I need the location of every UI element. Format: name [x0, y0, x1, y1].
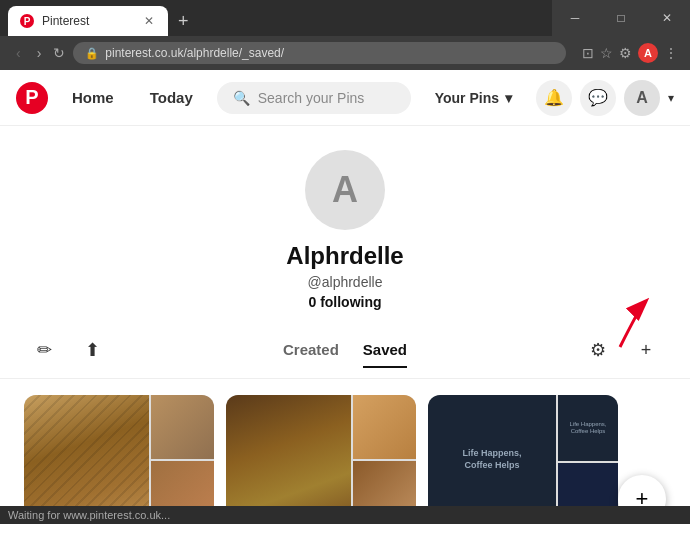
profile-tabs: Created Saved: [283, 333, 407, 368]
profile-actions-bar: ✏ ⬆ Created Saved ⚙ +: [0, 322, 690, 379]
following-count: 0: [308, 294, 316, 310]
home-nav-link[interactable]: Home: [60, 81, 126, 114]
board-images-food: [226, 395, 416, 506]
board-side-images: Life Happens,Coffee Helps: [558, 395, 618, 506]
reload-button[interactable]: ↻: [53, 45, 65, 61]
your-pins-chevron-icon: ▾: [505, 90, 512, 106]
right-action-buttons: ⚙ +: [578, 330, 666, 370]
boards-area: All Pins 3 Pins · 9w Food is Lif: [0, 379, 690, 506]
profile-section: A Alphrdelle @alphrdelle 0 following: [0, 126, 690, 322]
board-images-coffee: Life Happens,Coffee Helps Life Happens,C…: [428, 395, 618, 506]
url-text: pinterest.co.uk/alphrdelle/_saved/: [105, 46, 284, 60]
profile-chevron-icon[interactable]: ▾: [668, 91, 674, 105]
tab-title: Pinterest: [42, 14, 134, 28]
status-bar: Waiting for www.pinterest.co.uk...: [0, 506, 690, 524]
board-images-allpins: [24, 395, 214, 506]
board-main-image: Life Happens,Coffee Helps: [428, 395, 556, 506]
close-button[interactable]: ✕: [644, 4, 690, 32]
pinterest-app: P Home Today 🔍 Search your Pins Your Pin…: [0, 70, 690, 506]
browser-tab[interactable]: P Pinterest ✕: [8, 6, 168, 36]
profile-action-icons: ✏ ⬆: [24, 330, 112, 370]
extensions-icon[interactable]: ⚙: [619, 45, 632, 61]
address-bar: ‹ › ↻ 🔒 pinterest.co.uk/alphrdelle/_save…: [0, 36, 690, 70]
tab-close-button[interactable]: ✕: [142, 12, 156, 30]
svg-text:P: P: [24, 16, 31, 27]
pinterest-logo: P: [16, 82, 48, 114]
today-nav-link[interactable]: Today: [138, 81, 205, 114]
profile-following: 0 following: [308, 294, 381, 310]
board-side-image-2: [151, 461, 214, 506]
following-label: following: [320, 294, 381, 310]
notifications-button[interactable]: 🔔: [536, 80, 572, 116]
board-side-image-1: Life Happens,Coffee Helps: [558, 395, 618, 461]
board-side-image-2: [558, 463, 618, 506]
profile-avatar: A: [305, 150, 385, 230]
add-board-button[interactable]: +: [626, 330, 666, 370]
board-side-image-1: [151, 395, 214, 459]
url-bar[interactable]: 🔒 pinterest.co.uk/alphrdelle/_saved/: [73, 42, 566, 64]
saved-tab[interactable]: Saved: [363, 333, 407, 368]
browser-actions: ⊡ ☆ ⚙ A ⋮: [582, 43, 678, 63]
board-side-images: [353, 395, 416, 506]
your-pins-dropdown[interactable]: Your Pins ▾: [423, 82, 524, 114]
profile-name: Alphrdelle: [286, 242, 403, 270]
profile-handle: @alphrdelle: [308, 274, 383, 290]
maximize-button[interactable]: □: [598, 4, 644, 32]
board-card-food[interactable]: Food is Life 4 Pins · 9w: [226, 395, 416, 506]
boards-grid: All Pins 3 Pins · 9w Food is Lif: [0, 379, 690, 506]
lock-icon: 🔒: [85, 47, 99, 60]
created-tab[interactable]: Created: [283, 333, 339, 368]
svg-text:P: P: [25, 86, 38, 108]
browser-profile-avatar[interactable]: A: [638, 43, 658, 63]
avatar-letter: A: [332, 169, 358, 211]
board-main-image: [226, 395, 351, 506]
messages-button[interactable]: 💬: [580, 80, 616, 116]
board-side-image-2: [353, 461, 416, 506]
new-tab-button[interactable]: +: [172, 9, 195, 34]
search-icon: 🔍: [233, 90, 250, 106]
filter-button[interactable]: ⚙: [578, 330, 618, 370]
edit-profile-button[interactable]: ✏: [24, 330, 64, 370]
browser-chrome: P Pinterest ✕ + ─ □ ✕ ‹ › ↻ 🔒 pinterest.…: [0, 0, 690, 70]
board-side-image-1: [353, 395, 416, 459]
your-pins-label: Your Pins: [435, 90, 499, 106]
share-profile-button[interactable]: ⬆: [72, 330, 112, 370]
status-text: Waiting for www.pinterest.co.uk...: [8, 509, 170, 521]
cast-icon[interactable]: ⊡: [582, 45, 594, 61]
back-button[interactable]: ‹: [12, 43, 25, 63]
top-navigation: P Home Today 🔍 Search your Pins Your Pin…: [0, 70, 690, 126]
search-placeholder: Search your Pins: [258, 90, 365, 106]
board-side-images: [151, 395, 214, 506]
pinterest-favicon: P: [20, 14, 34, 28]
user-avatar[interactable]: A: [624, 80, 660, 116]
search-bar[interactable]: 🔍 Search your Pins: [217, 82, 411, 114]
window-controls: ─ □ ✕: [552, 4, 690, 32]
forward-button[interactable]: ›: [33, 43, 46, 63]
nav-icons: 🔔 💬 A ▾: [536, 80, 674, 116]
board-main-image: [24, 395, 149, 506]
menu-icon[interactable]: ⋮: [664, 45, 678, 61]
board-card-coffee[interactable]: Life Happens,Coffee Helps Life Happens,C…: [428, 395, 618, 506]
bookmark-icon[interactable]: ☆: [600, 45, 613, 61]
minimize-button[interactable]: ─: [552, 4, 598, 32]
board-card-allpins[interactable]: All Pins 3 Pins · 9w: [24, 395, 214, 506]
